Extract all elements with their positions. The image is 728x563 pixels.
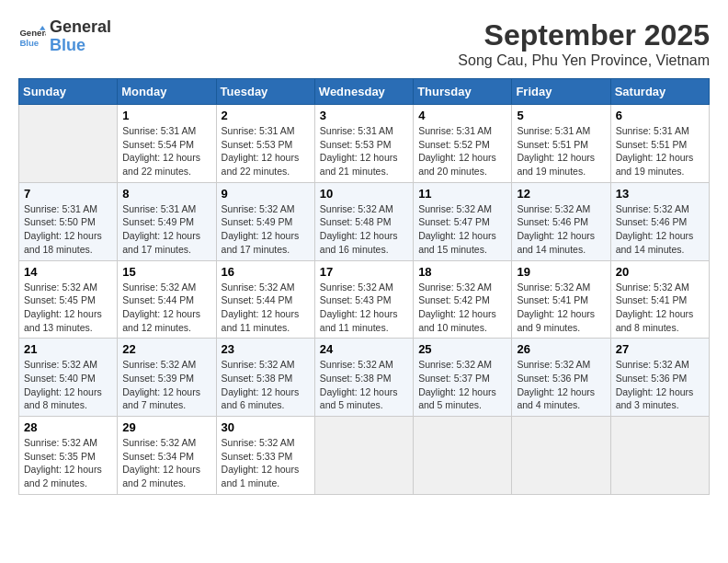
- day-number: 25: [418, 342, 506, 356]
- sunset-text: Sunset: 5:53 PM: [320, 138, 408, 152]
- calendar-cell: 19Sunrise: 5:32 AMSunset: 5:41 PMDayligh…: [512, 260, 610, 339]
- sunrise-text: Sunrise: 5:31 AM: [418, 124, 506, 138]
- sunrise-text: Sunrise: 5:32 AM: [24, 436, 112, 450]
- daylight-text-2: and 11 minutes.: [222, 321, 310, 335]
- sunset-text: Sunset: 5:45 PM: [24, 293, 112, 307]
- sunset-text: Sunset: 5:50 PM: [24, 215, 112, 229]
- calendar-cell: 21Sunrise: 5:32 AMSunset: 5:40 PMDayligh…: [19, 339, 118, 417]
- daylight-text: Daylight: 12 hours: [517, 307, 605, 321]
- calendar-week-2: 7Sunrise: 5:31 AMSunset: 5:50 PMDaylight…: [19, 182, 710, 260]
- daylight-text: Daylight: 12 hours: [616, 307, 704, 321]
- daylight-text: Daylight: 12 hours: [24, 385, 112, 399]
- calendar-cell: 17Sunrise: 5:32 AMSunset: 5:43 PMDayligh…: [314, 260, 413, 339]
- day-info: Sunrise: 5:32 AMSunset: 5:38 PMDaylight:…: [320, 358, 408, 412]
- day-info: Sunrise: 5:32 AMSunset: 5:43 PMDaylight:…: [320, 281, 408, 335]
- weekday-header-sunday: Sunday: [19, 79, 118, 105]
- day-info: Sunrise: 5:32 AMSunset: 5:33 PMDaylight:…: [222, 436, 310, 490]
- daylight-text: Daylight: 12 hours: [320, 151, 408, 165]
- day-number: 11: [418, 187, 506, 201]
- calendar-cell: 13Sunrise: 5:32 AMSunset: 5:46 PMDayligh…: [610, 182, 709, 260]
- calendar-cell: 27Sunrise: 5:32 AMSunset: 5:36 PMDayligh…: [610, 339, 709, 417]
- calendar-week-5: 28Sunrise: 5:32 AMSunset: 5:35 PMDayligh…: [19, 417, 710, 495]
- calendar-cell: 20Sunrise: 5:32 AMSunset: 5:41 PMDayligh…: [610, 260, 709, 339]
- sunrise-text: Sunrise: 5:32 AM: [24, 358, 112, 372]
- calendar-cell: 4Sunrise: 5:31 AMSunset: 5:52 PMDaylight…: [414, 105, 512, 183]
- day-number: 20: [616, 265, 704, 279]
- daylight-text-2: and 14 minutes.: [616, 243, 704, 257]
- day-number: 30: [222, 420, 310, 434]
- daylight-text: Daylight: 12 hours: [122, 463, 210, 477]
- day-info: Sunrise: 5:32 AMSunset: 5:40 PMDaylight:…: [24, 358, 112, 412]
- daylight-text: Daylight: 12 hours: [616, 229, 704, 243]
- calendar-cell: 11Sunrise: 5:32 AMSunset: 5:47 PMDayligh…: [414, 182, 512, 260]
- daylight-text-2: and 16 minutes.: [320, 243, 408, 257]
- sunrise-text: Sunrise: 5:31 AM: [122, 124, 210, 138]
- daylight-text: Daylight: 12 hours: [517, 151, 605, 165]
- day-number: 5: [517, 109, 605, 122]
- weekday-header-friday: Friday: [512, 79, 610, 105]
- day-number: 12: [517, 187, 605, 201]
- calendar-cell: 14Sunrise: 5:32 AMSunset: 5:45 PMDayligh…: [19, 260, 118, 339]
- sunset-text: Sunset: 5:46 PM: [517, 215, 605, 229]
- weekday-header-wednesday: Wednesday: [314, 79, 413, 105]
- daylight-text-2: and 14 minutes.: [517, 243, 605, 257]
- day-number: 27: [616, 342, 704, 356]
- svg-text:Blue: Blue: [19, 37, 39, 47]
- calendar-week-4: 21Sunrise: 5:32 AMSunset: 5:40 PMDayligh…: [19, 339, 710, 417]
- sunrise-text: Sunrise: 5:31 AM: [517, 124, 605, 138]
- sunrise-text: Sunrise: 5:32 AM: [222, 202, 310, 216]
- daylight-text: Daylight: 12 hours: [122, 307, 210, 321]
- daylight-text: Daylight: 12 hours: [517, 229, 605, 243]
- day-info: Sunrise: 5:32 AMSunset: 5:41 PMDaylight:…: [616, 281, 704, 335]
- daylight-text: Daylight: 12 hours: [122, 229, 210, 243]
- daylight-text-2: and 2 minutes.: [122, 477, 210, 490]
- day-number: 17: [320, 265, 408, 279]
- sunrise-text: Sunrise: 5:32 AM: [122, 281, 210, 294]
- sunset-text: Sunset: 5:37 PM: [418, 372, 506, 385]
- calendar-cell: [610, 417, 709, 495]
- calendar-cell: 28Sunrise: 5:32 AMSunset: 5:35 PMDayligh…: [19, 417, 118, 495]
- calendar-cell: 1Sunrise: 5:31 AMSunset: 5:54 PMDaylight…: [118, 105, 216, 183]
- sunset-text: Sunset: 5:54 PM: [122, 138, 210, 152]
- daylight-text: Daylight: 12 hours: [122, 385, 210, 399]
- daylight-text: Daylight: 12 hours: [122, 151, 210, 165]
- logo-text: General Blue: [50, 18, 111, 55]
- sunrise-text: Sunrise: 5:31 AM: [222, 124, 310, 138]
- day-number: 4: [418, 109, 506, 122]
- day-info: Sunrise: 5:32 AMSunset: 5:46 PMDaylight:…: [616, 202, 704, 257]
- day-info: Sunrise: 5:32 AMSunset: 5:44 PMDaylight:…: [222, 281, 310, 335]
- calendar-cell: 22Sunrise: 5:32 AMSunset: 5:39 PMDayligh…: [118, 339, 216, 417]
- sunset-text: Sunset: 5:47 PM: [418, 215, 506, 229]
- logo-line1: General: [50, 18, 111, 37]
- sunrise-text: Sunrise: 5:32 AM: [122, 358, 210, 372]
- sunset-text: Sunset: 5:51 PM: [517, 138, 605, 152]
- day-info: Sunrise: 5:32 AMSunset: 5:49 PMDaylight:…: [222, 202, 310, 257]
- day-number: 14: [24, 265, 112, 279]
- daylight-text: Daylight: 12 hours: [418, 151, 506, 165]
- sunrise-text: Sunrise: 5:32 AM: [320, 202, 408, 216]
- daylight-text-2: and 11 minutes.: [320, 321, 408, 335]
- sunrise-text: Sunrise: 5:31 AM: [616, 124, 704, 138]
- weekday-header-saturday: Saturday: [610, 79, 709, 105]
- daylight-text: Daylight: 12 hours: [517, 385, 605, 399]
- sunset-text: Sunset: 5:38 PM: [222, 372, 310, 385]
- daylight-text: Daylight: 12 hours: [222, 307, 310, 321]
- sunset-text: Sunset: 5:52 PM: [418, 138, 506, 152]
- location-title: Song Cau, Phu Yen Province, Vietnam: [458, 52, 710, 69]
- day-info: Sunrise: 5:32 AMSunset: 5:38 PMDaylight:…: [222, 358, 310, 412]
- day-info: Sunrise: 5:32 AMSunset: 5:36 PMDaylight:…: [517, 358, 605, 412]
- daylight-text-2: and 9 minutes.: [517, 321, 605, 335]
- day-number: 16: [222, 265, 310, 279]
- sunset-text: Sunset: 5:40 PM: [24, 372, 112, 385]
- day-number: 9: [222, 187, 310, 201]
- day-info: Sunrise: 5:32 AMSunset: 5:37 PMDaylight:…: [418, 358, 506, 412]
- sunset-text: Sunset: 5:34 PM: [122, 450, 210, 464]
- day-info: Sunrise: 5:32 AMSunset: 5:48 PMDaylight:…: [320, 202, 408, 257]
- day-info: Sunrise: 5:32 AMSunset: 5:47 PMDaylight:…: [418, 202, 506, 257]
- calendar-cell: 29Sunrise: 5:32 AMSunset: 5:34 PMDayligh…: [118, 417, 216, 495]
- sunset-text: Sunset: 5:49 PM: [122, 215, 210, 229]
- day-info: Sunrise: 5:32 AMSunset: 5:36 PMDaylight:…: [616, 358, 704, 412]
- weekday-header-thursday: Thursday: [414, 79, 512, 105]
- sunrise-text: Sunrise: 5:32 AM: [418, 202, 506, 216]
- sunset-text: Sunset: 5:38 PM: [320, 372, 408, 385]
